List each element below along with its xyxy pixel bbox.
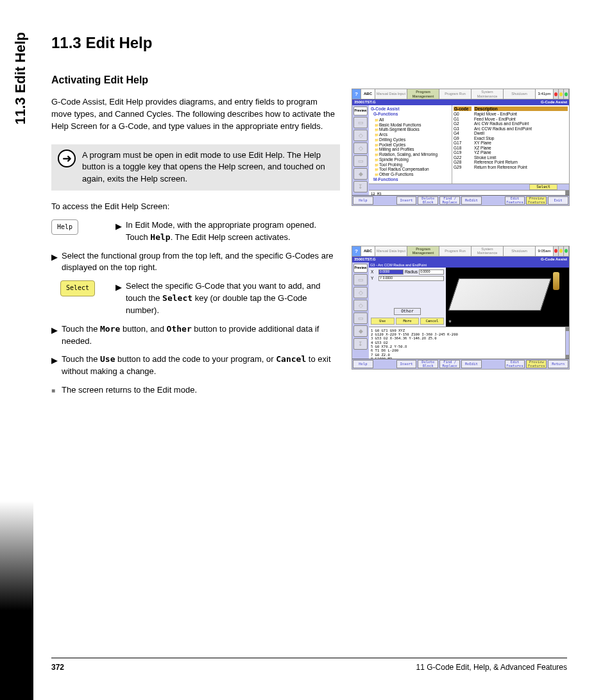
desc-cell[interactable]: Arc CCW Radius and EndPoint — [474, 126, 568, 131]
sidebar-icon[interactable]: ▭ — [353, 312, 368, 324]
tree-item[interactable]: Rotation, Scaling, and Mirroring — [371, 152, 450, 157]
tree-item[interactable]: Multi-Segment Blocks — [371, 127, 450, 132]
softkey[interactable]: Delete Block — [418, 196, 438, 205]
sidebar-icon[interactable]: ◆ — [353, 325, 368, 337]
abc-button[interactable]: ABC — [361, 89, 375, 99]
softkey[interactable]: Insert — [396, 360, 417, 368]
tree-item[interactable]: All — [371, 117, 450, 123]
input-radius[interactable]: 0.0000 — [419, 269, 444, 275]
gcode-cell[interactable]: G29 — [454, 165, 472, 169]
softkey[interactable]: Return — [548, 360, 568, 368]
help-icon[interactable]: ? — [352, 89, 361, 99]
tab-program-run[interactable]: Program Run — [439, 246, 472, 256]
gcode-cell[interactable]: G18 — [454, 146, 472, 150]
preview-button[interactable]: Preview — [353, 264, 368, 273]
tab-manual-data-input[interactable]: Manual Data Input — [375, 246, 407, 256]
tab-program-run[interactable]: Program Run — [439, 89, 472, 99]
help-icon[interactable]: ? — [352, 246, 361, 256]
triangle-bullet-icon: ▶ — [115, 221, 122, 233]
desc-cell[interactable]: Dwell — [474, 131, 568, 135]
tab-manual-data-input[interactable]: Manual Data Input — [375, 89, 407, 99]
gcode-cell[interactable]: G4 — [454, 131, 472, 135]
softkey[interactable]: Help — [353, 360, 373, 368]
gcode-cell[interactable]: G1 — [454, 117, 472, 121]
tab-program-management[interactable]: Program Management — [407, 246, 439, 256]
input-x[interactable]: 0.0000 — [378, 269, 404, 275]
desc-cell[interactable]: Rapid Move - EndPoint — [474, 112, 568, 116]
gcode-cell[interactable]: G3 — [454, 126, 472, 131]
gcode-cell[interactable]: G28 — [454, 160, 472, 164]
desc-cell[interactable]: XZ Plane — [474, 146, 568, 150]
softkey — [375, 360, 395, 368]
sidebar-icon[interactable]: ↧ — [353, 338, 368, 350]
desc-cell[interactable]: Exact Stop — [474, 136, 568, 141]
program-code-block[interactable]: 1 G0 G71 G90 XYZ2 G120 X-220 Y-150 Z100 … — [369, 327, 569, 359]
help-softkey[interactable]: Help — [51, 219, 78, 235]
gcode-cell[interactable]: G19 — [454, 150, 472, 155]
desc-cell[interactable]: XY Plane — [474, 141, 568, 145]
cancel-button[interactable]: Cancel — [420, 318, 444, 324]
sidebar-icon[interactable]: ↧ — [353, 181, 368, 192]
desc-cell[interactable]: YZ Plane — [474, 150, 568, 155]
select-softkey[interactable]: Select — [60, 280, 95, 296]
softkey[interactable]: Edit Features — [505, 360, 525, 368]
abc-button[interactable]: ABC — [361, 246, 375, 256]
softkey[interactable]: Edit Features — [505, 196, 525, 205]
program-code-block[interactable]: 12 M313 G75 M76.2 W50.8 H2. Z-2. I100. J… — [369, 190, 569, 195]
more-button[interactable]: More — [396, 318, 420, 324]
tree-item[interactable]: Pocket Cycles — [371, 142, 450, 148]
scrollbar[interactable] — [565, 327, 569, 359]
softkey[interactable]: Find / Replace — [439, 196, 460, 205]
tree-item[interactable]: Tool Probing — [371, 162, 450, 167]
input-y[interactable]: Y 0.0000 — [378, 276, 444, 281]
use-button[interactable]: Use — [371, 318, 395, 324]
sidebar-icon[interactable]: ◆ — [353, 168, 368, 180]
sidebar-icon[interactable]: ◇ — [353, 287, 368, 298]
gcode-cell[interactable]: G9 — [454, 136, 472, 141]
softkey[interactable]: Insert — [396, 196, 417, 205]
tree-item[interactable]: Drilling Cycles — [371, 137, 450, 142]
scrollbar[interactable] — [565, 191, 569, 195]
tab-program-management[interactable]: Program Management — [407, 89, 439, 99]
softkey[interactable]: ReEdit — [461, 360, 482, 368]
function-tree[interactable]: G-Code Assist G-Functions AllBasic Modal… — [369, 105, 452, 184]
tree-g-functions[interactable]: G-Functions — [371, 112, 450, 116]
gcode-cell[interactable]: G22 — [454, 155, 472, 160]
desc-cell[interactable]: Feed Move - EndPoint — [474, 117, 568, 121]
sidebar-icon[interactable]: ◇ — [353, 300, 368, 311]
tree-item[interactable]: Tool Radius Compensation — [371, 167, 450, 172]
softkey[interactable]: Help — [353, 196, 373, 205]
sidebar-icon[interactable]: ◇ — [353, 142, 368, 154]
sidebar-icon[interactable]: ▭ — [353, 155, 368, 167]
softkey[interactable]: Preview Features — [526, 360, 547, 368]
gcode-cell[interactable]: G0 — [454, 112, 472, 116]
sidebar-icon[interactable]: ▭ — [353, 274, 368, 286]
other-button[interactable]: Other — [394, 308, 421, 315]
g-code-list[interactable]: G-code G0G1G2G3G4G9G17G18G19G22G28G29 De… — [452, 105, 569, 184]
softkey[interactable]: Find / Replace — [439, 360, 460, 368]
tab-shutdown[interactable]: Shutdown — [504, 246, 536, 256]
gcode-cell[interactable]: G2 — [454, 121, 472, 126]
softkey[interactable]: Exit — [548, 196, 568, 205]
tab-system-maintenance[interactable]: System Maintenance — [472, 246, 504, 256]
sidebar-icon[interactable]: ◇ — [353, 130, 368, 141]
tree-item[interactable]: Arcs — [371, 132, 450, 137]
gcode-cell[interactable]: G17 — [454, 141, 472, 145]
preview-button[interactable]: Preview — [353, 107, 368, 115]
sidebar-icon[interactable]: ▭ — [353, 117, 368, 128]
desc-cell[interactable]: Return from Reference Point — [474, 165, 568, 169]
select-button[interactable]: Select — [529, 184, 557, 190]
tab-shutdown[interactable]: Shutdown — [504, 89, 536, 99]
tree-item[interactable]: Other G-Functions — [371, 172, 450, 177]
tab-system-maintenance[interactable]: System Maintenance — [472, 89, 504, 99]
softkey[interactable]: Preview Features — [526, 196, 547, 205]
softkey[interactable]: ReEdit — [461, 196, 482, 205]
tree-m-functions[interactable]: M-Functions — [371, 177, 450, 182]
desc-cell[interactable]: Reference Point Return — [474, 160, 568, 164]
desc-cell[interactable]: Arc CW Radius and EndPoint — [474, 121, 568, 126]
tree-item[interactable]: Basic Modal Functions — [371, 123, 450, 128]
tree-item[interactable]: Spindle Probing — [371, 157, 450, 162]
softkey[interactable]: Delete Block — [418, 360, 438, 368]
tree-item[interactable]: Milling and Profiles — [371, 147, 450, 152]
desc-cell[interactable]: Stroke Limit — [474, 155, 568, 160]
